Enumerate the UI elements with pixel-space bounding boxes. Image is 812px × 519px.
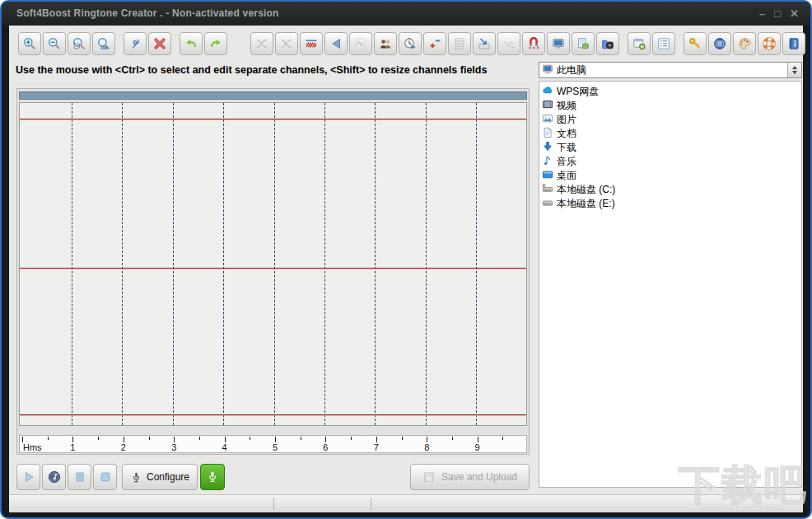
file-item[interactable]: 音乐 — [542, 155, 799, 169]
record-button[interactable] — [200, 464, 225, 490]
maximize-button[interactable]: □ — [774, 8, 781, 19]
configure-button[interactable]: Configure — [122, 464, 198, 490]
grid-line-vertical — [324, 103, 325, 425]
help-icon — [763, 37, 776, 50]
timeline-ruler: Hms 123456789 — [19, 435, 527, 453]
status-separator — [273, 498, 274, 510]
website-button[interactable] — [708, 32, 731, 55]
file-item[interactable]: 文档 — [542, 127, 799, 141]
title-bar[interactable]: Soft4Boost Ringtone Creator . - Non-acti… — [2, 2, 810, 26]
download-icon — [542, 141, 553, 155]
themes-button[interactable] — [733, 32, 756, 55]
ruler-tick — [22, 437, 23, 442]
noise-removal-icon — [527, 37, 540, 50]
hint-text: Use the mouse with <Ctrl> to select and … — [16, 64, 487, 76]
client-area: 100 Use the mouse with <Ctrl> to select … — [9, 26, 803, 512]
redo-button[interactable] — [204, 32, 227, 55]
location-value: 此电脑 — [557, 63, 586, 77]
zoom-out-button[interactable] — [43, 32, 66, 55]
microphone-icon — [130, 471, 142, 484]
undo-button[interactable] — [180, 32, 203, 55]
ruler-label: 6 — [323, 442, 328, 452]
fade-in-button[interactable] — [250, 32, 273, 55]
disc-folder-button[interactable] — [596, 32, 619, 55]
delete-button[interactable] — [148, 32, 171, 55]
play-reverse-button[interactable] — [324, 32, 348, 55]
about-icon — [787, 37, 800, 50]
disk-icon — [542, 197, 553, 211]
mix-icon — [305, 37, 318, 50]
toolbar-group — [683, 32, 806, 55]
ruler-tick — [98, 437, 99, 440]
position-bar[interactable] — [19, 91, 527, 100]
ruler-label: 4 — [222, 442, 227, 452]
file-item[interactable]: 桌面 — [542, 169, 799, 183]
file-item[interactable]: 下载 — [542, 141, 799, 155]
stop-button[interactable] — [93, 464, 117, 490]
pause-button[interactable] — [68, 464, 91, 490]
level-line — [20, 414, 526, 415]
play-all-button[interactable] — [42, 464, 66, 490]
file-item[interactable]: 本地磁盘 (C:) — [542, 183, 799, 197]
voices-button[interactable] — [374, 32, 397, 55]
undo-icon — [184, 37, 198, 50]
new-window-button[interactable] — [628, 32, 651, 55]
file-item-label: 音乐 — [557, 155, 576, 169]
minimize-button[interactable]: – — [759, 8, 765, 19]
transport-controls — [16, 464, 117, 490]
pause-icon — [73, 470, 86, 484]
zoom-100-button[interactable]: 100 — [92, 32, 115, 55]
zoom-selection-button[interactable] — [68, 32, 91, 55]
ruler-tick — [250, 437, 250, 440]
file-item-label: 图片 — [557, 113, 576, 127]
play-all-icon — [48, 470, 61, 484]
play-button[interactable] — [16, 464, 40, 490]
zoom-selection-icon — [72, 37, 86, 50]
fade-in-icon — [255, 37, 268, 50]
save-upload-button[interactable]: Save and Upload — [410, 464, 530, 490]
playlist-button[interactable] — [652, 32, 675, 55]
envelope-button[interactable] — [473, 32, 496, 55]
activate-key-button[interactable] — [684, 32, 707, 55]
waveform-canvas[interactable] — [19, 102, 527, 426]
zoom-in-button[interactable] — [18, 32, 41, 55]
properties-button[interactable] — [349, 32, 372, 55]
location-dropdown[interactable]: 此电脑 — [539, 62, 802, 78]
ruler-tick — [376, 437, 377, 442]
smooth-button[interactable] — [497, 32, 520, 55]
close-button[interactable]: ✕ — [790, 8, 799, 19]
help-button[interactable] — [758, 32, 781, 55]
fade-out-button[interactable] — [275, 32, 298, 55]
toolbar-group — [546, 32, 620, 55]
stretch-button[interactable] — [448, 32, 471, 55]
lasso-select-button[interactable] — [124, 32, 147, 55]
amplify-button[interactable] — [423, 32, 446, 55]
file-item-label: 下载 — [557, 141, 576, 155]
timer-play-button[interactable] — [399, 32, 422, 55]
toolbar-group — [179, 32, 228, 55]
ruler-tick — [225, 437, 226, 442]
noise-removal-button[interactable] — [522, 32, 545, 55]
file-item[interactable]: 图片 — [542, 113, 799, 127]
ruler-tick — [149, 437, 150, 440]
my-computer-button[interactable] — [547, 32, 570, 55]
about-button[interactable] — [782, 32, 805, 55]
file-browser-panel: 此电脑 WPS网盘视频图片文档下载音乐桌面本地磁盘 (C:)本地磁盘 (E:) — [539, 62, 802, 488]
ruler-label: 8 — [424, 442, 429, 452]
lasso-select-icon — [128, 37, 142, 50]
themes-icon — [738, 37, 751, 50]
spinner-up-icon — [792, 66, 797, 69]
spinner-control[interactable] — [787, 63, 801, 77]
file-item[interactable]: 本地磁盘 (E:) — [542, 197, 799, 211]
file-item[interactable]: 视频 — [542, 99, 799, 113]
save-file-button[interactable] — [572, 32, 595, 55]
grid-line-vertical — [173, 103, 174, 425]
file-item-label: WPS网盘 — [557, 85, 599, 99]
file-item-label: 本地磁盘 (C:) — [557, 183, 615, 197]
file-item[interactable]: WPS网盘 — [542, 85, 799, 99]
ruler-label: 9 — [475, 442, 480, 452]
grid-line-vertical — [72, 103, 72, 425]
mix-button[interactable] — [300, 32, 323, 55]
file-item-label: 视频 — [557, 99, 576, 113]
delete-icon — [153, 37, 166, 50]
